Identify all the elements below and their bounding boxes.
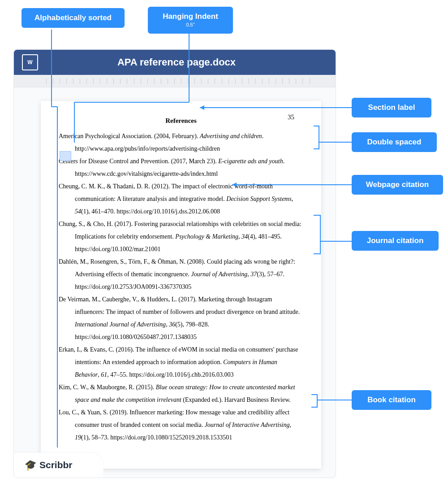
callout-book-citation: Book citation xyxy=(352,390,431,410)
footer-tab: 🎓 Scribbr xyxy=(14,452,103,478)
callout-label: Section label xyxy=(368,103,415,112)
page-number: 35 xyxy=(288,113,294,121)
word-icon-letter: W xyxy=(27,59,32,65)
scribbr-logo: 🎓 Scribbr xyxy=(25,459,73,471)
callout-double-spaced: Double spaced xyxy=(352,132,437,152)
callout-section-label: Section label xyxy=(352,98,431,117)
callout-label: Alphabetically sorted xyxy=(34,13,112,22)
references-heading: References xyxy=(59,117,303,125)
document-page: 35 References American Psychological Ass… xyxy=(41,101,321,469)
reference-entry: Centers for Disease Control and Preventi… xyxy=(59,155,303,180)
callout-label: Journal citation xyxy=(367,236,424,245)
callout-alphabetical: Alphabetically sorted xyxy=(22,8,125,28)
reference-list: American Psychological Association. (200… xyxy=(59,130,303,444)
callout-journal-citation: Journal citation xyxy=(352,231,439,251)
callout-label: Double spaced xyxy=(367,138,422,146)
document-container: W APA reference page.docx 35 References … xyxy=(13,49,336,478)
reference-entry: Lou, C., & Yuan, S. (2019). Influencer m… xyxy=(59,406,303,444)
word-icon: W xyxy=(22,54,38,70)
callout-label: Book citation xyxy=(367,396,416,404)
indent-highlight xyxy=(60,151,71,161)
reference-entry: De Veirman, M., Cauberghe, V., & Hudders… xyxy=(59,293,303,343)
callout-hanging-indent: Hanging Indent 0.5" xyxy=(148,7,233,34)
reference-entry: Cheung, C. M. K., & Thadani, D. R. (2012… xyxy=(59,180,303,218)
ruler xyxy=(14,75,336,87)
reference-entry: Erkan, I., & Evans, C. (2016). The influ… xyxy=(59,343,303,381)
page-workspace: 35 References American Psychological Ass… xyxy=(14,87,336,478)
window-title: APA reference page.docx xyxy=(48,57,327,68)
callout-sublabel: 0.5" xyxy=(157,22,224,28)
graduation-cap-icon: 🎓 xyxy=(24,458,37,472)
reference-entry: Chung, S., & Cho, H. (2017). Fostering p… xyxy=(59,218,303,256)
callout-label: Webpage citation xyxy=(366,180,429,189)
reference-entry: American Psychological Association. (200… xyxy=(59,130,303,155)
callout-label: Hanging Indent xyxy=(163,12,218,21)
window-titlebar: W APA reference page.docx xyxy=(14,50,336,75)
reference-entry: Dahlén, M., Rosengren, S., Törn, F., & Ö… xyxy=(59,256,303,293)
logo-text: Scribbr xyxy=(39,460,73,470)
reference-entry: Kim, C. W., & Mauborgne, R. (2015). Blue… xyxy=(59,381,303,406)
callout-webpage-citation: Webpage citation xyxy=(352,175,443,195)
